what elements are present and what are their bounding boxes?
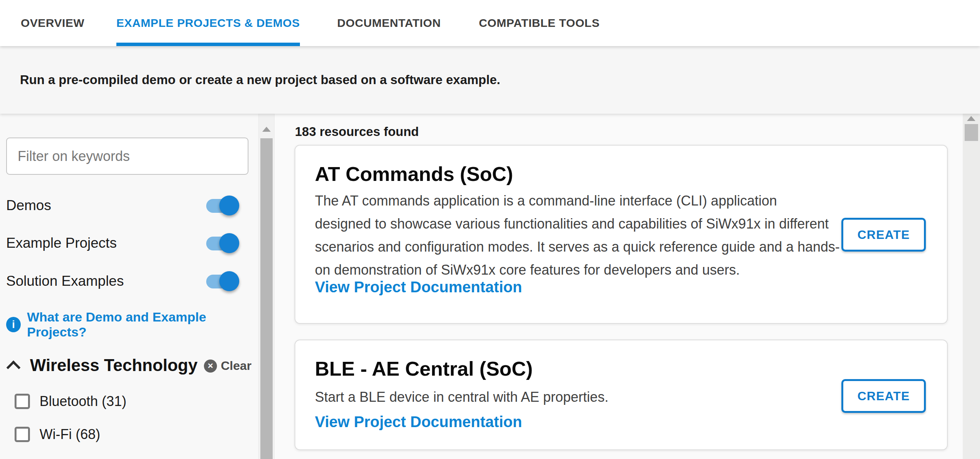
- page-scrollbar-thumb[interactable]: [965, 124, 978, 141]
- subtitle-band: Run a pre-compiled demo or create a new …: [0, 46, 980, 114]
- page: OVERVIEW EXAMPLE PROJECTS & DEMOS DOCUME…: [0, 0, 980, 459]
- view-project-documentation-link[interactable]: View Project Documentation: [315, 413, 522, 431]
- create-button[interactable]: CREATE: [841, 379, 926, 413]
- card-description: The AT commands application is a command…: [315, 189, 840, 282]
- description-line: Start a BLE device in central with AE pr…: [315, 386, 608, 409]
- toggle-label: Demos: [6, 197, 51, 214]
- example-projects-toggle[interactable]: [206, 232, 239, 255]
- chevron-up-icon[interactable]: [7, 361, 21, 375]
- checkbox-label: Wi-Fi (68): [40, 426, 100, 442]
- clear-icon: ✕: [204, 360, 217, 373]
- tab-example-projects-demos[interactable]: EXAMPLE PROJECTS & DEMOS: [116, 0, 300, 46]
- clear-filter-button[interactable]: ✕ Clear: [204, 359, 252, 373]
- keyword-filter-input[interactable]: [6, 138, 248, 175]
- resource-card-ble-ae-central: BLE - AE Central (SoC) Start a BLE devic…: [295, 340, 948, 450]
- toggle-knob: [219, 196, 239, 215]
- content-area: Demos Example Projects Solution Examples: [0, 114, 980, 459]
- results-panel: 183 resources found AT Commands (SoC) Th…: [275, 114, 963, 459]
- tab-documentation[interactable]: DOCUMENTATION: [337, 0, 441, 46]
- wifi-checkbox[interactable]: [15, 427, 30, 442]
- info-icon: i: [6, 317, 21, 332]
- solution-examples-toggle[interactable]: [206, 270, 239, 293]
- description-line: scenarios and configuration modes. It se…: [315, 235, 840, 258]
- toggle-row-example-projects: Example Projects: [0, 232, 258, 255]
- toggle-row-demos: Demos: [0, 194, 258, 217]
- sidebar-scrollbar[interactable]: [258, 114, 275, 459]
- create-button[interactable]: CREATE: [841, 218, 926, 252]
- wireless-technology-section: Wireless Technology ✕ Clear: [0, 356, 258, 378]
- filter-option-bluetooth[interactable]: Bluetooth (31): [0, 391, 258, 412]
- tab-bar: OVERVIEW EXAMPLE PROJECTS & DEMOS DOCUME…: [0, 0, 980, 46]
- what-are-demos-link[interactable]: i What are Demo and Example Projects?: [0, 314, 258, 335]
- scroll-up-arrow-icon[interactable]: [262, 127, 271, 132]
- clear-label: Clear: [221, 359, 252, 373]
- filter-sidebar: Demos Example Projects Solution Examples: [0, 114, 258, 459]
- toggle-label: Solution Examples: [6, 273, 124, 289]
- active-tab-underline: [116, 43, 300, 46]
- tab-label: OVERVIEW: [21, 17, 84, 30]
- filter-option-wifi[interactable]: Wi-Fi (68): [0, 424, 258, 445]
- results-count: 183 resources found: [295, 124, 419, 139]
- card-title: AT Commands (SoC): [315, 162, 513, 186]
- sidebar-scrollbar-thumb[interactable]: [260, 138, 273, 459]
- toggle-knob: [219, 271, 239, 291]
- checkbox-label: Bluetooth (31): [40, 393, 126, 409]
- description-line: on demonstration of SiWx91x core feature…: [315, 258, 840, 282]
- info-link-label: What are Demo and Example Projects?: [27, 310, 258, 340]
- page-subtitle: Run a pre-compiled demo or create a new …: [20, 73, 500, 87]
- scroll-up-arrow-icon[interactable]: [967, 116, 975, 121]
- description-line: designed to showcase various functionali…: [315, 212, 840, 235]
- toggle-label: Example Projects: [6, 235, 117, 251]
- section-title: Wireless Technology: [30, 356, 197, 375]
- page-scrollbar[interactable]: [963, 114, 980, 459]
- resource-card-at-commands: AT Commands (SoC) The AT commands applic…: [295, 145, 948, 324]
- tab-label: EXAMPLE PROJECTS & DEMOS: [116, 17, 300, 30]
- tab-label: COMPATIBLE TOOLS: [479, 17, 600, 30]
- tab-compatible-tools[interactable]: COMPATIBLE TOOLS: [479, 0, 600, 46]
- demos-toggle[interactable]: [206, 194, 239, 217]
- bluetooth-checkbox[interactable]: [15, 394, 30, 409]
- card-description: Start a BLE device in central with AE pr…: [315, 386, 608, 409]
- toggle-row-solution-examples: Solution Examples: [0, 270, 258, 293]
- card-title: BLE - AE Central (SoC): [315, 357, 533, 380]
- view-project-documentation-link[interactable]: View Project Documentation: [315, 278, 522, 296]
- toggle-knob: [219, 233, 239, 253]
- tab-overview[interactable]: OVERVIEW: [21, 0, 84, 46]
- description-line: The AT commands application is a command…: [315, 189, 840, 212]
- tab-label: DOCUMENTATION: [337, 17, 441, 30]
